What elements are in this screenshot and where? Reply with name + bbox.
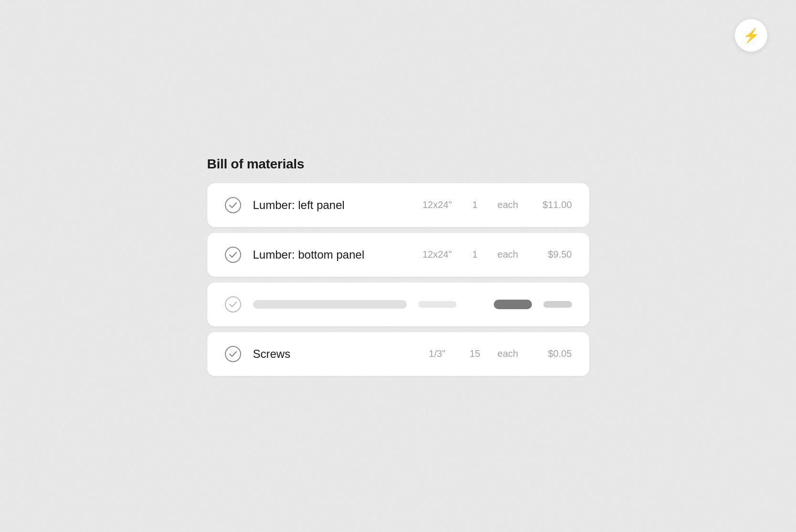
- skeleton-name-bar: [253, 300, 407, 309]
- item-price: $0.05: [534, 348, 572, 359]
- item-quantity: 1: [468, 199, 482, 210]
- table-row: Screws 1/3" 15 each $0.05: [207, 332, 589, 376]
- lightning-button[interactable]: ⚡: [735, 19, 767, 52]
- svg-point-0: [225, 198, 241, 213]
- check-icon: [224, 345, 242, 363]
- item-quantity: 15: [468, 348, 482, 359]
- item-dimension: 1/3": [418, 348, 456, 359]
- item-name: Screws: [253, 347, 407, 361]
- item-quantity: 1: [468, 249, 482, 260]
- check-icon: [224, 246, 242, 263]
- item-unit: each: [494, 249, 522, 260]
- page-title: Bill of materials: [207, 156, 589, 172]
- item-price: $9.50: [534, 249, 572, 260]
- items-list: Lumber: left panel 12x24" 1 each $11.00 …: [207, 183, 589, 376]
- item-dimension: 12x24": [418, 249, 456, 260]
- skeleton-qty-bar: [494, 300, 532, 309]
- skeleton-price-bar: [543, 301, 572, 308]
- check-icon: [224, 296, 242, 313]
- item-unit: each: [494, 199, 522, 210]
- svg-point-2: [225, 297, 241, 312]
- table-row: Lumber: left panel 12x24" 1 each $11.00: [207, 183, 589, 227]
- svg-point-3: [225, 346, 241, 362]
- item-price: $11.00: [534, 199, 572, 210]
- item-name: Lumber: left panel: [253, 198, 407, 212]
- table-row: Lumber: bottom panel 12x24" 1 each $9.50: [207, 233, 589, 277]
- check-icon: [224, 197, 242, 214]
- lightning-icon: ⚡: [743, 28, 760, 43]
- item-unit: each: [494, 348, 522, 359]
- item-dimension: 12x24": [418, 199, 456, 210]
- table-row-skeleton: [207, 282, 589, 326]
- svg-point-1: [225, 247, 241, 262]
- skeleton-dim-bar: [418, 301, 456, 308]
- item-name: Lumber: bottom panel: [253, 248, 407, 261]
- main-content: Bill of materials Lumber: left panel 12x…: [207, 156, 589, 376]
